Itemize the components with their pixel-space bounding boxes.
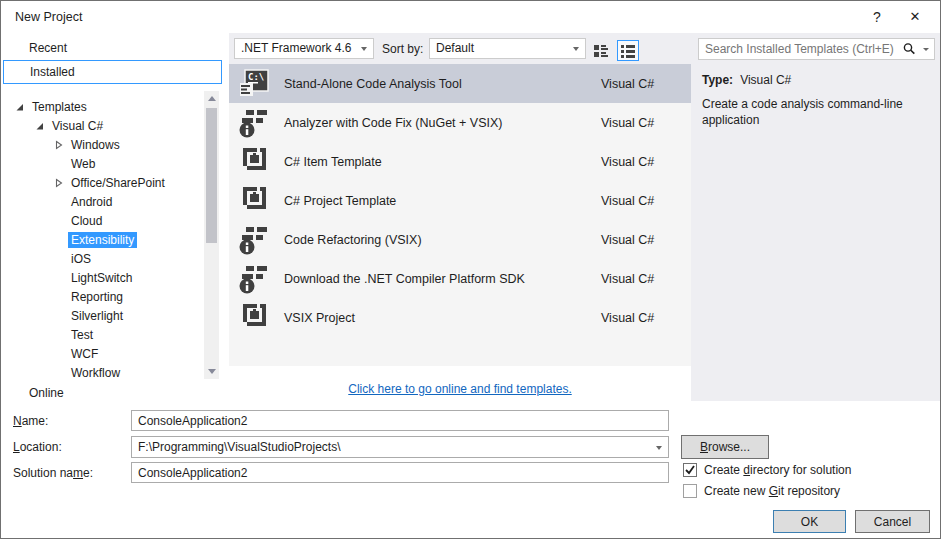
tree-item-label[interactable]: Android	[68, 194, 115, 210]
title-bar: New Project ? ✕	[1, 1, 940, 33]
git-repository-checkbox[interactable]	[683, 484, 697, 498]
template-row-c-project-template[interactable]: C# Project TemplateVisual C#	[229, 181, 691, 220]
template-name: Analyzer with Code Fix (NuGet + VSIX)	[284, 116, 502, 130]
create-directory-label: Create directory for solution	[704, 463, 851, 477]
tree-item-windows[interactable]: Windows	[1, 135, 204, 154]
tree-item-label[interactable]: Templates	[29, 99, 90, 115]
template-row-analyzer-with-code-fix-nuget-vsix[interactable]: Analyzer with Code Fix (NuGet + VSIX)Vis…	[229, 103, 691, 142]
go-online-link[interactable]: Click here to go online and find templat…	[348, 382, 571, 396]
tree-item-test[interactable]: Test	[1, 325, 204, 344]
tree-item-label[interactable]: Windows	[68, 137, 123, 153]
tree-item-label[interactable]: Cloud	[68, 213, 105, 229]
tree-item-workflow[interactable]: Workflow	[1, 363, 204, 379]
sidebar-item-label: Online	[29, 386, 64, 400]
tree-item-label[interactable]: Extensibility	[68, 232, 137, 248]
grid-view-icon	[593, 43, 611, 59]
tree-item-reporting[interactable]: Reporting	[1, 287, 204, 306]
tree-item-web[interactable]: Web	[1, 154, 204, 173]
location-field[interactable]	[132, 437, 647, 457]
framework-dropdown[interactable]: .NET Framework 4.6	[234, 38, 374, 59]
create-directory-checkbox[interactable]	[683, 463, 697, 477]
sort-by-label: Sort by:	[382, 42, 423, 56]
template-name: C# Project Template	[284, 194, 396, 208]
tree-item-office-sharepoint[interactable]: Office/SharePoint	[1, 173, 204, 192]
tree-item-cloud[interactable]: Cloud	[1, 211, 204, 230]
scrollbar-thumb[interactable]	[206, 108, 217, 243]
tree-item-visual-c[interactable]: Visual C#	[1, 116, 204, 135]
close-button[interactable]: ✕	[900, 5, 930, 29]
template-language: Visual C#	[601, 233, 654, 247]
tree-item-ios[interactable]: iOS	[1, 249, 204, 268]
new-project-dialog: New Project ? ✕ Recent Installed Templat…	[0, 0, 941, 539]
template-list: C:\Stand-Alone Code Analysis ToolVisual …	[229, 64, 691, 366]
list-view-button[interactable]	[617, 40, 639, 61]
checkmark-icon	[684, 464, 696, 476]
tree-scrollbar[interactable]	[204, 91, 219, 379]
template-row-c-item-template[interactable]: C# Item TemplateVisual C#	[229, 142, 691, 181]
tree-item-label[interactable]: WCF	[68, 346, 101, 362]
sidebar-item-recent[interactable]: Recent	[3, 37, 222, 59]
tree-item-label[interactable]: Workflow	[68, 365, 123, 380]
search-options-chevron-icon[interactable]	[923, 48, 929, 51]
location-combobox[interactable]	[131, 436, 669, 458]
search-box[interactable]	[698, 38, 935, 60]
template-category-tree: TemplatesVisual C#WindowsWebOffice/Share…	[1, 91, 204, 379]
chevron-down-icon[interactable]	[656, 446, 662, 450]
sidebar-item-label: Installed	[30, 65, 75, 79]
type-label: Type:	[702, 73, 733, 87]
tree-item-silverlight[interactable]: Silverlight	[1, 306, 204, 325]
small-icons-view-button[interactable]	[591, 40, 613, 61]
tree-item-lightswitch[interactable]: LightSwitch	[1, 268, 204, 287]
tree-item-wcf[interactable]: WCF	[1, 344, 204, 363]
ok-button[interactable]: OK	[773, 510, 846, 533]
template-row-stand-alone-code-analysis-tool[interactable]: C:\Stand-Alone Code Analysis ToolVisual …	[229, 64, 691, 103]
template-name: Stand-Alone Code Analysis Tool	[284, 77, 462, 91]
template-language: Visual C#	[601, 116, 654, 130]
cancel-button[interactable]: Cancel	[855, 510, 930, 533]
search-input[interactable]	[699, 42, 902, 56]
template-language: Visual C#	[601, 77, 654, 91]
tree-item-label[interactable]: Office/SharePoint	[68, 175, 168, 191]
framework-dropdown-value: .NET Framework 4.6	[241, 41, 351, 55]
template-name: Download the .NET Compiler Platform SDK	[284, 272, 525, 286]
collapsed-arrow-icon[interactable]	[54, 178, 64, 188]
console-icon: C:\	[238, 67, 270, 99]
type-value: Visual C#	[740, 73, 791, 87]
expanded-arrow-icon[interactable]	[15, 102, 25, 112]
sort-dropdown[interactable]: Default	[429, 38, 586, 59]
tree-item-label[interactable]: Reporting	[68, 289, 126, 305]
tree-item-label[interactable]: Web	[68, 156, 98, 172]
sidebar-item-label: Recent	[29, 41, 67, 55]
sidebar-item-online[interactable]: Online	[3, 382, 222, 404]
sidebar-item-installed[interactable]: Installed	[3, 60, 222, 84]
help-button[interactable]: ?	[862, 5, 892, 29]
collapsed-arrow-icon[interactable]	[54, 140, 64, 150]
expanded-arrow-icon[interactable]	[35, 121, 45, 131]
template-name: Code Refactoring (VSIX)	[284, 233, 422, 247]
template-language: Visual C#	[601, 194, 654, 208]
tree-item-label[interactable]: iOS	[68, 251, 94, 267]
template-icon	[238, 145, 270, 177]
browse-button[interactable]: Browse...	[681, 435, 769, 459]
tree-item-label[interactable]: Test	[68, 327, 96, 343]
solution-name-field[interactable]	[131, 462, 669, 483]
scroll-up-button[interactable]	[204, 91, 219, 106]
tree-item-templates[interactable]: Templates	[1, 97, 204, 116]
tree-item-android[interactable]: Android	[1, 192, 204, 211]
template-row-download-the-net-compiler-platform-sdk[interactable]: Download the .NET Compiler Platform SDKV…	[229, 259, 691, 298]
template-name: C# Item Template	[284, 155, 382, 169]
tree-item-label[interactable]: LightSwitch	[68, 270, 135, 286]
chevron-down-icon	[573, 47, 579, 51]
analyzer-icon	[238, 223, 270, 255]
tree-item-label[interactable]: Visual C#	[49, 118, 106, 134]
search-icon[interactable]	[902, 42, 916, 56]
tree-item-extensibility[interactable]: Extensibility	[1, 230, 204, 249]
name-field[interactable]	[131, 410, 669, 431]
scroll-down-button[interactable]	[204, 364, 219, 379]
template-row-code-refactoring-vsix[interactable]: Code Refactoring (VSIX)Visual C#	[229, 220, 691, 259]
template-row-vsix-project[interactable]: VSIX ProjectVisual C#	[229, 298, 691, 337]
template-icon	[238, 301, 270, 333]
git-repository-label: Create new Git repository	[704, 484, 840, 498]
template-language: Visual C#	[601, 155, 654, 169]
tree-item-label[interactable]: Silverlight	[68, 308, 126, 324]
